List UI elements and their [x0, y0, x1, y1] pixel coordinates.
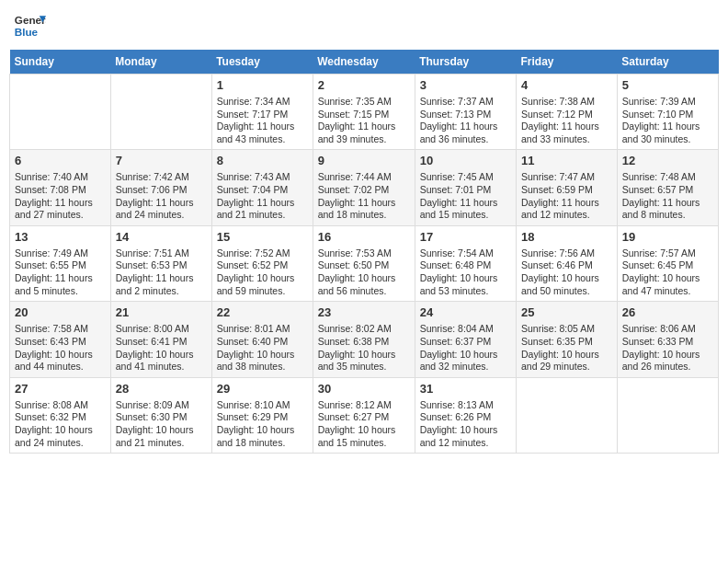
day-number: 24	[420, 305, 511, 321]
svg-text:General: General	[15, 14, 46, 26]
calendar-cell: 15Sunrise: 7:52 AM Sunset: 6:52 PM Dayli…	[211, 225, 313, 301]
calendar-cell: 4Sunrise: 7:38 AM Sunset: 7:12 PM Daylig…	[517, 75, 618, 150]
page-header: General Blue	[9, 9, 719, 42]
day-info: Sunrise: 7:37 AM Sunset: 7:13 PM Dayligh…	[420, 96, 511, 146]
calendar-cell: 8Sunrise: 7:43 AM Sunset: 7:04 PM Daylig…	[211, 150, 313, 225]
day-number: 19	[622, 230, 713, 246]
day-number: 26	[622, 305, 713, 321]
day-number: 20	[15, 305, 106, 321]
day-number: 15	[217, 230, 308, 246]
weekday-header-saturday: Saturday	[617, 50, 718, 75]
calendar-cell: 20Sunrise: 7:58 AM Sunset: 6:43 PM Dayli…	[10, 302, 111, 377]
day-number: 11	[521, 154, 612, 169]
calendar-cell	[517, 377, 618, 453]
weekday-header-tuesday: Tuesday	[211, 50, 313, 75]
logo: General Blue	[13, 9, 50, 42]
day-info: Sunrise: 7:43 AM Sunset: 7:04 PM Dayligh…	[217, 171, 308, 222]
calendar-cell: 23Sunrise: 8:02 AM Sunset: 6:38 PM Dayli…	[313, 302, 415, 377]
day-info: Sunrise: 7:45 AM Sunset: 7:01 PM Dayligh…	[420, 171, 511, 222]
day-info: Sunrise: 8:10 AM Sunset: 6:29 PM Dayligh…	[217, 399, 308, 450]
day-info: Sunrise: 8:08 AM Sunset: 6:32 PM Dayligh…	[15, 399, 106, 450]
day-info: Sunrise: 7:38 AM Sunset: 7:12 PM Dayligh…	[521, 96, 612, 146]
day-info: Sunrise: 7:52 AM Sunset: 6:52 PM Dayligh…	[217, 247, 308, 298]
calendar-cell: 14Sunrise: 7:51 AM Sunset: 6:53 PM Dayli…	[110, 225, 211, 301]
calendar-cell: 19Sunrise: 7:57 AM Sunset: 6:45 PM Dayli…	[617, 225, 718, 301]
day-info: Sunrise: 7:56 AM Sunset: 6:46 PM Dayligh…	[521, 247, 612, 298]
weekday-header-sunday: Sunday	[10, 50, 111, 75]
calendar-cell: 16Sunrise: 7:53 AM Sunset: 6:50 PM Dayli…	[313, 225, 415, 301]
day-info: Sunrise: 8:06 AM Sunset: 6:33 PM Dayligh…	[622, 323, 713, 373]
day-number: 22	[217, 305, 308, 321]
day-number: 14	[116, 230, 207, 246]
calendar-cell: 12Sunrise: 7:48 AM Sunset: 6:57 PM Dayli…	[617, 150, 718, 225]
day-number: 30	[318, 382, 410, 397]
calendar-cell: 6Sunrise: 7:40 AM Sunset: 7:08 PM Daylig…	[10, 150, 111, 225]
day-number: 16	[318, 230, 410, 246]
calendar-cell: 29Sunrise: 8:10 AM Sunset: 6:29 PM Dayli…	[211, 377, 313, 453]
calendar-week-row: 6Sunrise: 7:40 AM Sunset: 7:08 PM Daylig…	[10, 150, 719, 225]
calendar-cell: 10Sunrise: 7:45 AM Sunset: 7:01 PM Dayli…	[415, 150, 516, 225]
day-info: Sunrise: 7:40 AM Sunset: 7:08 PM Dayligh…	[15, 171, 106, 222]
day-number: 8	[217, 154, 308, 169]
day-info: Sunrise: 7:54 AM Sunset: 6:48 PM Dayligh…	[420, 247, 511, 298]
calendar-cell: 30Sunrise: 8:12 AM Sunset: 6:27 PM Dayli…	[313, 377, 415, 453]
day-info: Sunrise: 8:00 AM Sunset: 6:41 PM Dayligh…	[116, 323, 207, 373]
calendar-cell: 17Sunrise: 7:54 AM Sunset: 6:48 PM Dayli…	[415, 225, 516, 301]
day-number: 2	[318, 78, 410, 94]
day-number: 25	[521, 305, 612, 321]
day-number: 5	[622, 78, 713, 94]
day-number: 28	[116, 382, 207, 397]
day-number: 9	[318, 154, 410, 169]
calendar-week-row: 27Sunrise: 8:08 AM Sunset: 6:32 PM Dayli…	[10, 377, 719, 453]
day-info: Sunrise: 7:53 AM Sunset: 6:50 PM Dayligh…	[318, 247, 410, 298]
day-info: Sunrise: 8:12 AM Sunset: 6:27 PM Dayligh…	[318, 399, 410, 450]
calendar-cell: 27Sunrise: 8:08 AM Sunset: 6:32 PM Dayli…	[10, 377, 111, 453]
day-number: 27	[15, 382, 106, 397]
day-info: Sunrise: 7:34 AM Sunset: 7:17 PM Dayligh…	[217, 96, 308, 146]
day-info: Sunrise: 8:09 AM Sunset: 6:30 PM Dayligh…	[116, 399, 207, 450]
calendar-cell	[617, 377, 718, 453]
day-info: Sunrise: 7:48 AM Sunset: 6:57 PM Dayligh…	[622, 171, 713, 222]
calendar-cell: 24Sunrise: 8:04 AM Sunset: 6:37 PM Dayli…	[415, 302, 516, 377]
calendar-cell: 13Sunrise: 7:49 AM Sunset: 6:55 PM Dayli…	[10, 225, 111, 301]
day-info: Sunrise: 7:57 AM Sunset: 6:45 PM Dayligh…	[622, 247, 713, 298]
calendar-cell: 1Sunrise: 7:34 AM Sunset: 7:17 PM Daylig…	[211, 75, 313, 150]
calendar-week-row: 13Sunrise: 7:49 AM Sunset: 6:55 PM Dayli…	[10, 225, 719, 301]
calendar-cell: 2Sunrise: 7:35 AM Sunset: 7:15 PM Daylig…	[313, 75, 415, 150]
day-info: Sunrise: 7:42 AM Sunset: 7:06 PM Dayligh…	[116, 171, 207, 222]
weekday-header-thursday: Thursday	[415, 50, 516, 75]
day-number: 7	[116, 154, 207, 169]
day-number: 3	[420, 78, 511, 94]
day-info: Sunrise: 7:49 AM Sunset: 6:55 PM Dayligh…	[15, 247, 106, 298]
calendar-cell: 11Sunrise: 7:47 AM Sunset: 6:59 PM Dayli…	[517, 150, 618, 225]
calendar-cell: 26Sunrise: 8:06 AM Sunset: 6:33 PM Dayli…	[617, 302, 718, 377]
day-number: 21	[116, 305, 207, 321]
day-info: Sunrise: 7:47 AM Sunset: 6:59 PM Dayligh…	[521, 171, 612, 222]
day-number: 17	[420, 230, 511, 246]
day-info: Sunrise: 8:13 AM Sunset: 6:26 PM Dayligh…	[420, 399, 511, 450]
day-number: 23	[318, 305, 410, 321]
day-info: Sunrise: 7:58 AM Sunset: 6:43 PM Dayligh…	[15, 323, 106, 373]
day-number: 31	[420, 382, 511, 397]
day-number: 13	[15, 230, 106, 246]
calendar-cell: 28Sunrise: 8:09 AM Sunset: 6:30 PM Dayli…	[110, 377, 211, 453]
calendar-cell: 5Sunrise: 7:39 AM Sunset: 7:10 PM Daylig…	[617, 75, 718, 150]
day-number: 29	[217, 382, 308, 397]
weekday-header-wednesday: Wednesday	[313, 50, 415, 75]
calendar-cell: 31Sunrise: 8:13 AM Sunset: 6:26 PM Dayli…	[415, 377, 516, 453]
calendar-week-row: 1Sunrise: 7:34 AM Sunset: 7:17 PM Daylig…	[10, 75, 719, 150]
day-info: Sunrise: 7:35 AM Sunset: 7:15 PM Dayligh…	[318, 96, 410, 146]
calendar-cell: 22Sunrise: 8:01 AM Sunset: 6:40 PM Dayli…	[211, 302, 313, 377]
day-number: 10	[420, 154, 511, 169]
calendar-cell: 3Sunrise: 7:37 AM Sunset: 7:13 PM Daylig…	[415, 75, 516, 150]
calendar-week-row: 20Sunrise: 7:58 AM Sunset: 6:43 PM Dayli…	[10, 302, 719, 377]
day-number: 4	[521, 78, 612, 94]
weekday-header-friday: Friday	[517, 50, 618, 75]
day-number: 12	[622, 154, 713, 169]
calendar-cell: 9Sunrise: 7:44 AM Sunset: 7:02 PM Daylig…	[313, 150, 415, 225]
weekday-header-row: SundayMondayTuesdayWednesdayThursdayFrid…	[10, 50, 719, 75]
day-info: Sunrise: 8:01 AM Sunset: 6:40 PM Dayligh…	[217, 323, 308, 373]
day-info: Sunrise: 8:05 AM Sunset: 6:35 PM Dayligh…	[521, 323, 612, 373]
weekday-header-monday: Monday	[110, 50, 211, 75]
svg-text:Blue: Blue	[15, 26, 39, 38]
